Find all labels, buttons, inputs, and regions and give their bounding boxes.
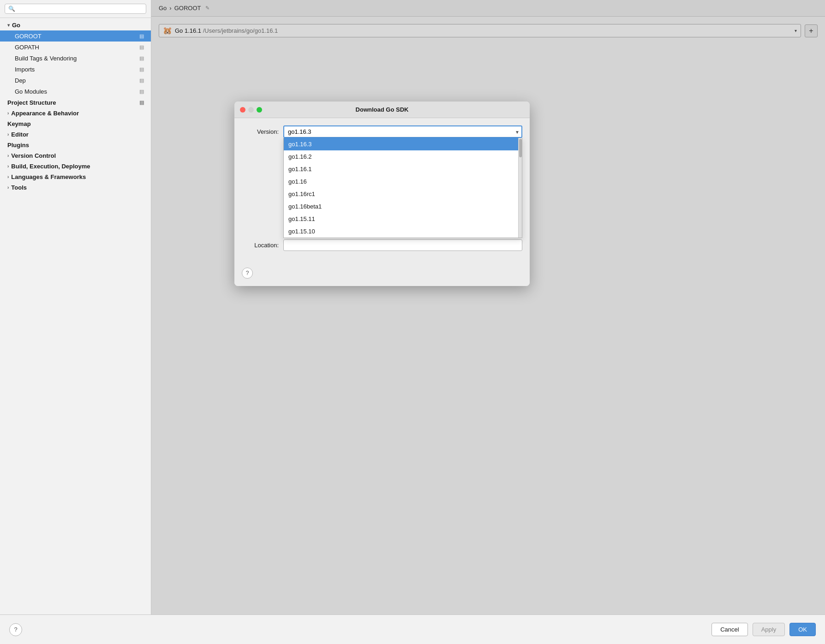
sidebar-item-label: Go Modules <box>15 88 47 95</box>
dropdown-item-go116[interactable]: go1.16 <box>284 175 522 188</box>
dropdown-item-go11510[interactable]: go1.15.10 <box>284 225 522 238</box>
sidebar-item-label: Go <box>12 22 20 29</box>
sidebar-item-appearance-behavior[interactable]: › Appearance & Behavior <box>0 108 151 119</box>
settings-icon: ▤ <box>138 43 145 51</box>
modal-help-button[interactable]: ? <box>242 268 253 279</box>
settings-icon: ▤ <box>138 77 145 84</box>
download-sdk-modal: Download Go SDK Version: ▼ go1.16.3 go1.… <box>234 101 530 286</box>
settings-icon: ▤ <box>138 99 145 106</box>
modal-footer: ? <box>234 264 530 286</box>
sidebar-items: ▾ Go GOROOT ▤ GOPATH ▤ B <box>0 18 151 195</box>
modal-title: Download Go SDK <box>356 106 409 113</box>
location-input[interactable] <box>283 239 522 251</box>
sidebar-item-goroot[interactable]: GOROOT ▤ <box>0 30 151 42</box>
dropdown-item-go1162[interactable]: go1.16.2 <box>284 150 522 163</box>
sidebar-item-build-execution[interactable]: › Build, Execution, Deployme <box>0 161 151 172</box>
apply-button[interactable]: Apply <box>753 623 785 636</box>
search-bar: 🔍 <box>0 0 151 18</box>
sidebar-item-label: GOROOT <box>15 33 42 40</box>
window-maximize-button[interactable] <box>257 107 262 113</box>
modal-body: Version: ▼ go1.16.3 go1.16.2 go1.16.1 go… <box>234 118 530 264</box>
settings-icon: ▤ <box>138 32 145 40</box>
sidebar-item-tools[interactable]: › Tools <box>0 182 151 193</box>
sidebar-item-label: Version Control <box>11 152 56 159</box>
sidebar-item-editor[interactable]: › Editor <box>0 129 151 140</box>
ok-button[interactable]: OK <box>789 623 816 636</box>
sidebar-item-go-modules[interactable]: Go Modules ▤ <box>0 86 151 97</box>
sidebar-item-imports[interactable]: Imports ▤ <box>0 64 151 75</box>
sidebar-item-gopath[interactable]: GOPATH ▤ <box>0 42 151 53</box>
dropdown-scrollbar[interactable] <box>518 138 522 238</box>
dropdown-item-go116rc1[interactable]: go1.16rc1 <box>284 188 522 200</box>
cancel-button[interactable]: Cancel <box>711 623 747 636</box>
sidebar-item-build-tags[interactable]: Build Tags & Vendoring ▤ <box>0 53 151 64</box>
sidebar-item-version-control[interactable]: › Version Control <box>0 150 151 161</box>
sidebar-item-languages-frameworks[interactable]: › Languages & Frameworks <box>0 172 151 182</box>
sidebar-item-keymap[interactable]: Keymap <box>0 119 151 129</box>
search-input[interactable] <box>18 6 143 12</box>
sidebar: 🔍 ▾ Go GOROOT ▤ GOPAT <box>0 0 151 614</box>
modal-titlebar: Download Go SDK <box>234 101 530 118</box>
sidebar-item-label: Tools <box>11 184 27 191</box>
chevron-right-icon: › <box>7 153 9 158</box>
bottom-bar: ? Cancel Apply OK <box>0 614 825 644</box>
location-label: Location: <box>242 242 279 249</box>
sidebar-item-label: Languages & Frameworks <box>11 173 86 180</box>
chevron-right-icon: › <box>7 164 9 169</box>
bottom-actions: Cancel Apply OK <box>711 623 816 636</box>
sidebar-item-label: Keymap <box>7 120 31 127</box>
modal-overlay: Download Go SDK Version: ▼ go1.16.3 go1.… <box>151 0 825 614</box>
window-controls <box>240 107 262 113</box>
sidebar-item-go[interactable]: ▾ Go <box>0 20 151 30</box>
sidebar-item-label: Build, Execution, Deployme <box>11 163 90 170</box>
settings-icon: ▤ <box>138 66 145 73</box>
location-row: Location: <box>242 239 522 251</box>
search-input-wrapper[interactable]: 🔍 <box>5 4 146 14</box>
sidebar-item-label: Plugins <box>7 142 29 149</box>
settings-icon: ▤ <box>138 88 145 95</box>
version-row: Version: ▼ go1.16.3 go1.16.2 go1.16.1 go… <box>242 125 522 138</box>
chevron-right-icon: › <box>7 174 9 179</box>
chevron-down-icon: ▾ <box>7 23 10 28</box>
sidebar-item-project-structure[interactable]: Project Structure ▤ <box>0 97 151 108</box>
dropdown-item-go1161[interactable]: go1.16.1 <box>284 163 522 175</box>
version-label: Version: <box>242 128 279 135</box>
sidebar-item-label: Build Tags & Vendoring <box>15 55 77 62</box>
chevron-right-icon: › <box>7 111 9 116</box>
dropdown-item-go116beta1[interactable]: go1.16beta1 <box>284 200 522 213</box>
dropdown-item-go1163[interactable]: go1.16.3 <box>284 138 522 150</box>
chevron-right-icon: › <box>7 132 9 137</box>
sidebar-item-label: Editor <box>11 131 29 138</box>
help-button[interactable]: ? <box>9 623 22 636</box>
version-input-wrapper: ▼ go1.16.3 go1.16.2 go1.16.1 go1.16 go1.… <box>283 125 522 138</box>
version-dropdown-list: go1.16.3 go1.16.2 go1.16.1 go1.16 go1.16… <box>283 138 522 238</box>
settings-icon: ▤ <box>138 54 145 62</box>
sidebar-item-dep[interactable]: Dep ▤ <box>0 75 151 86</box>
version-input[interactable] <box>283 125 522 138</box>
window-minimize-button[interactable] <box>248 107 254 113</box>
sidebar-item-label: GOPATH <box>15 44 39 51</box>
sidebar-item-plugins[interactable]: Plugins <box>0 140 151 150</box>
scrollbar-thumb <box>519 139 522 157</box>
window-close-button[interactable] <box>240 107 245 113</box>
sidebar-item-label: Imports <box>15 66 35 73</box>
sidebar-item-label: Project Structure <box>7 99 56 106</box>
sidebar-item-label: Dep <box>15 77 26 84</box>
chevron-right-icon: › <box>7 185 9 190</box>
sidebar-item-label: Appearance & Behavior <box>11 110 79 117</box>
search-icon: 🔍 <box>8 6 15 12</box>
main-content: Go › GOROOT ✎ 🐹 Go 1.16.1 /Users/jetbrai… <box>151 0 825 614</box>
dropdown-item-go11511[interactable]: go1.15.11 <box>284 213 522 225</box>
